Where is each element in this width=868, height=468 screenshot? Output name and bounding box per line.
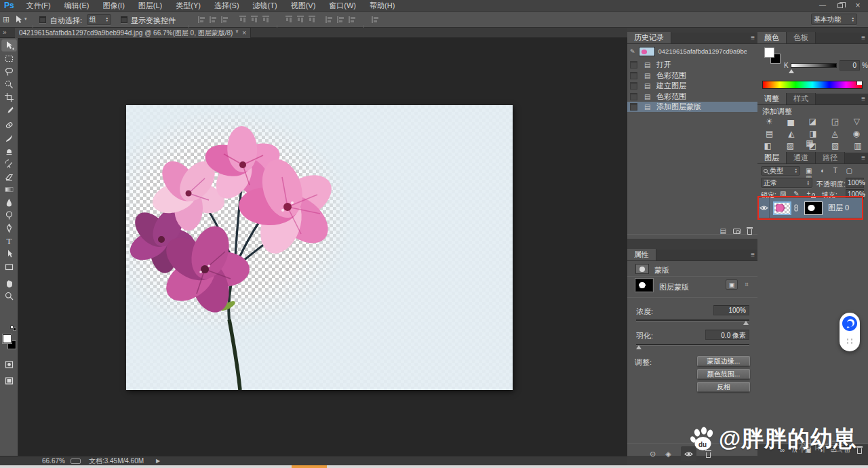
color-panel-foreground-swatch[interactable] xyxy=(764,47,774,58)
menu-window[interactable]: 窗口(W) xyxy=(322,0,363,11)
quick-selection-tool[interactable] xyxy=(1,78,17,90)
tab-color[interactable]: 颜色 xyxy=(757,32,787,43)
move-tool[interactable] xyxy=(1,39,17,52)
close-button[interactable]: × xyxy=(849,1,867,10)
history-source-well[interactable] xyxy=(630,93,637,100)
distribute-top-edges-icon[interactable] xyxy=(285,16,292,24)
zoom-level-field[interactable]: 66.67% xyxy=(42,457,65,465)
color-panel-menu-icon[interactable]: ≡ xyxy=(861,34,865,41)
preset-dropdown-icon[interactable]: ▾ xyxy=(24,16,27,22)
foreground-color-swatch[interactable] xyxy=(3,334,12,343)
history-step-add-layer-mask[interactable]: ▤添加图层蒙版 xyxy=(627,102,757,112)
menu-image[interactable]: 图像(I) xyxy=(96,0,131,11)
brush-tool[interactable] xyxy=(1,132,17,144)
align-right-edges-icon[interactable] xyxy=(262,16,269,24)
adjustments-panel-menu-icon[interactable]: ≡ xyxy=(861,95,865,102)
distribute-bottom-edges-icon[interactable] xyxy=(309,16,315,24)
tab-swatches[interactable]: 色板 xyxy=(787,32,816,43)
move-tool-preset-icon[interactable] xyxy=(14,15,23,24)
history-source-well[interactable] xyxy=(630,103,637,111)
menu-view[interactable]: 视图(V) xyxy=(284,0,323,11)
new-snapshot-icon[interactable] xyxy=(733,229,741,234)
k-slider-thumb[interactable] xyxy=(789,69,794,73)
tool-preset-grid-icon[interactable]: ⊞ xyxy=(3,15,9,24)
history-source-well[interactable] xyxy=(630,82,637,90)
distribute-vertical-centers-icon[interactable] xyxy=(297,16,304,24)
document-canvas[interactable] xyxy=(126,105,513,390)
layer-filter-type-select[interactable]: 类型 ▲▼ xyxy=(761,166,800,176)
delete-state-icon[interactable] xyxy=(747,229,752,235)
blur-tool[interactable] xyxy=(1,196,17,208)
clone-stamp-tool[interactable] xyxy=(1,144,17,157)
horizontal-type-tool[interactable]: T xyxy=(1,235,17,247)
menu-filter[interactable]: 滤镜(T) xyxy=(246,0,284,11)
align-top-edges-icon[interactable] xyxy=(198,16,206,23)
tab-channels[interactable]: 通道 xyxy=(787,152,816,163)
rectangle-shape-tool[interactable] xyxy=(1,260,17,273)
menu-select[interactable]: 选择(S) xyxy=(208,0,246,11)
eraser-tool[interactable] xyxy=(1,170,17,182)
path-selection-tool[interactable] xyxy=(1,248,17,260)
color-range-button[interactable]: 颜色范围... xyxy=(697,369,750,379)
align-horizontal-centers-icon[interactable] xyxy=(251,16,258,24)
color-spectrum-ramp[interactable] xyxy=(762,81,863,89)
density-slider-thumb[interactable] xyxy=(743,321,749,325)
quick-mask-mode-button[interactable] xyxy=(1,358,17,370)
density-value[interactable]: 100% xyxy=(713,305,749,315)
history-brush-source-icon[interactable]: ✎ xyxy=(630,48,635,55)
align-bottom-edges-icon[interactable] xyxy=(221,16,229,23)
feather-slider[interactable] xyxy=(636,344,749,346)
select-mask-chip-icon[interactable]: ▣ xyxy=(726,279,738,290)
auto-align-layers-icon[interactable] xyxy=(372,16,380,23)
auto-select-checkbox[interactable] xyxy=(39,16,46,23)
delete-layer-icon[interactable] xyxy=(857,448,862,454)
history-panel-menu-icon[interactable]: ≡ xyxy=(751,34,754,41)
auto-select-target-select[interactable]: 组 ▲▼ xyxy=(87,14,111,25)
blend-mode-select[interactable]: 正常 ▲▼ xyxy=(761,178,812,188)
align-vertical-centers-icon[interactable] xyxy=(210,16,218,23)
minimize-button[interactable]: — xyxy=(814,1,831,10)
show-transform-checkbox[interactable] xyxy=(121,16,127,23)
menu-type[interactable]: 类型(Y) xyxy=(169,0,208,11)
document-tab-close-icon[interactable]: × xyxy=(242,29,246,37)
menu-help[interactable]: 帮助(H) xyxy=(363,0,401,11)
distribute-right-edges-icon[interactable] xyxy=(349,16,357,23)
tab-adjustments[interactable]: 调整 xyxy=(757,93,787,104)
opacity-dropdown-icon[interactable]: ▾ xyxy=(863,180,865,185)
restore-button[interactable] xyxy=(831,1,849,10)
drag-handle-dots-icon[interactable] xyxy=(846,338,854,345)
adjustment-icons-row-3[interactable]: ◧ ▨ ◩ ▧ ▥ xyxy=(757,141,868,151)
pen-tool[interactable] xyxy=(1,222,17,234)
mask-edge-button[interactable]: 蒙版边缘... xyxy=(697,356,750,366)
new-document-from-state-icon[interactable]: ▤ xyxy=(720,227,726,235)
fill-dropdown-icon[interactable]: ▾ xyxy=(863,192,865,197)
history-step-open[interactable]: ▤打开 xyxy=(627,60,757,70)
document-tab[interactable]: 04219615afafbda1297cd9a9beb994d.jpg @ 66… xyxy=(15,28,251,38)
invert-button[interactable]: 反相 xyxy=(697,382,750,392)
zoom-tool[interactable] xyxy=(1,290,17,302)
history-source-well[interactable] xyxy=(630,72,637,79)
tab-styles[interactable]: 样式 xyxy=(787,93,816,104)
properties-panel-menu-icon[interactable]: ≡ xyxy=(751,251,754,258)
k-channel-slider[interactable] xyxy=(791,63,837,68)
history-snapshot-row[interactable]: ✎ 04219615afafbda1297cd9a9beb994d... xyxy=(627,45,757,57)
adjustment-icons-row-1[interactable]: ☀ ▅ ◪ ◲ ▽ xyxy=(757,117,868,126)
feather-slider-thumb[interactable] xyxy=(636,345,642,349)
menu-file[interactable]: 文件(F) xyxy=(20,0,58,11)
opacity-value[interactable]: 100% xyxy=(846,178,864,188)
floating-assistant-button[interactable] xyxy=(840,313,860,351)
rectangular-marquee-tool[interactable] xyxy=(1,52,17,64)
density-slider[interactable] xyxy=(636,319,749,321)
spot-healing-brush-tool[interactable] xyxy=(1,119,17,131)
workspace-switcher[interactable]: 基本功能 ▲▼ xyxy=(811,14,857,25)
hand-tool[interactable] xyxy=(1,277,17,289)
dodge-tool[interactable] xyxy=(1,209,17,221)
layers-panel-menu-icon[interactable]: ≡ xyxy=(861,154,865,161)
mask-options-chip-icon[interactable]: ⌗ xyxy=(741,279,753,290)
history-step-color-range-1[interactable]: ▤色彩范围 xyxy=(627,71,757,81)
crop-tool[interactable] xyxy=(1,91,17,103)
menu-edit[interactable]: 编辑(E) xyxy=(58,0,96,11)
apply-mask-icon[interactable]: ◈ xyxy=(665,450,671,459)
k-value-input[interactable]: 0 xyxy=(840,60,860,71)
gradient-tool[interactable] xyxy=(1,183,17,195)
